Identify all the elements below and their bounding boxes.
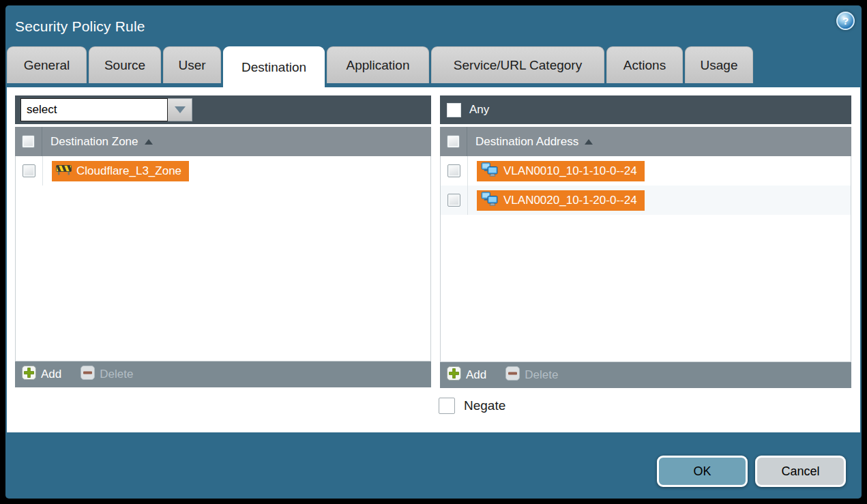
add-icon [447, 366, 461, 384]
delete-icon [80, 366, 95, 383]
address-row: VLAN0020_10-1-20-0--24 [441, 186, 851, 215]
address-row-checkbox[interactable] [447, 194, 460, 207]
address-panel-header: Any [440, 95, 851, 124]
tab-bar: General Source User Destination Applicat… [7, 46, 753, 87]
tab-application[interactable]: Application [327, 46, 429, 83]
zone-add-button[interactable]: Add [22, 366, 61, 383]
address-delete-button[interactable]: Delete [505, 366, 558, 384]
sort-ascending-icon[interactable] [145, 139, 153, 145]
address-item-vlan0020[interactable]: VLAN0020_10-1-20-0--24 [477, 190, 645, 211]
zone-row: Cloudflare_L3_Zone [16, 156, 430, 186]
negate-checkbox[interactable] [439, 398, 455, 414]
cancel-button[interactable]: Cancel [755, 456, 846, 487]
address-item-vlan0010[interactable]: VLAN0010_10-1-10-0--24 [477, 161, 645, 181]
zone-type-input[interactable] [20, 98, 168, 121]
address-icon [481, 192, 499, 209]
tab-user[interactable]: User [163, 46, 221, 83]
zone-column-header: Destination Zone [15, 127, 431, 156]
any-checkbox[interactable] [447, 103, 461, 117]
address-row-checkbox[interactable] [447, 164, 460, 177]
address-item-label: VLAN0010_10-1-10-0--24 [503, 164, 637, 178]
address-column-title[interactable]: Destination Address [475, 135, 578, 149]
negate-label: Negate [464, 398, 505, 413]
address-toolbar: Add Delete [440, 362, 851, 388]
address-icon [481, 162, 499, 180]
tab-actions[interactable]: Actions [606, 46, 683, 83]
zone-row-checkbox[interactable] [23, 164, 35, 177]
ok-button[interactable]: OK [657, 456, 748, 487]
destination-zone-panel: Destination Zone [15, 95, 431, 387]
security-policy-rule-dialog: Security Policy Rule ? General Source Us… [5, 5, 862, 499]
delete-icon [505, 366, 520, 384]
zone-toolbar: Add Delete [15, 361, 431, 387]
zone-type-dropdown-button[interactable] [168, 98, 192, 121]
tab-destination[interactable]: Destination [223, 46, 325, 87]
zone-delete-button[interactable]: Delete [80, 366, 133, 383]
tab-service-url-category[interactable]: Service/URL Category [431, 46, 604, 83]
address-list: VLAN0010_10-1-10-0--24 [440, 156, 851, 362]
address-select-all-checkbox[interactable] [447, 135, 460, 148]
zone-column-title[interactable]: Destination Zone [50, 135, 138, 149]
tab-general[interactable]: General [7, 46, 87, 83]
zone-item-cloudflare-l3-zone[interactable]: Cloudflare_L3_Zone [52, 161, 189, 181]
zone-select-all-checkbox[interactable] [22, 135, 35, 148]
zone-item-label: Cloudflare_L3_Zone [76, 164, 181, 178]
address-delete-label: Delete [525, 368, 558, 382]
destination-tab-content: Destination Zone [7, 87, 860, 432]
zone-panel-header [15, 95, 431, 124]
any-label: Any [469, 103, 489, 117]
tab-source[interactable]: Source [89, 46, 161, 83]
address-item-label: VLAN0020_10-1-20-0--24 [503, 194, 637, 207]
address-column-header: Destination Address [440, 127, 851, 156]
address-row: VLAN0010_10-1-10-0--24 [441, 156, 851, 186]
address-add-label: Add [466, 368, 486, 382]
zone-delete-label: Delete [100, 368, 133, 381]
zone-icon [56, 164, 72, 179]
sort-ascending-icon[interactable] [585, 139, 593, 145]
address-add-button[interactable]: Add [447, 366, 486, 384]
add-icon [22, 366, 36, 383]
dialog-title: Security Policy Rule [15, 18, 145, 35]
chevron-down-icon [175, 106, 186, 113]
zone-list: Cloudflare_L3_Zone [15, 156, 431, 361]
zone-type-combobox [20, 98, 192, 121]
help-icon[interactable]: ? [836, 12, 855, 30]
zone-add-label: Add [41, 368, 61, 381]
destination-address-panel: Any Destination Address [440, 95, 851, 388]
tab-usage[interactable]: Usage [685, 46, 753, 83]
negate-option: Negate [439, 398, 505, 414]
